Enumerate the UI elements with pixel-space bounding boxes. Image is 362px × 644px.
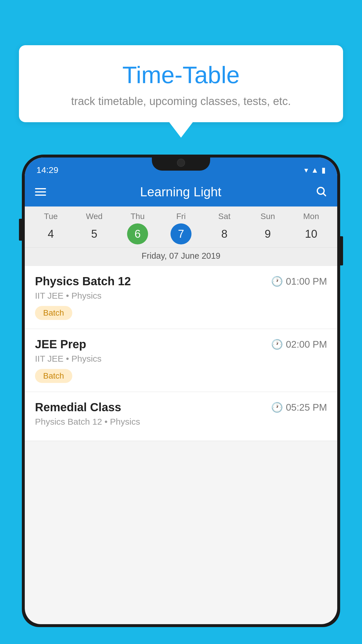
day-number-7-selected: 7 [171, 223, 191, 244]
day-fri[interactable]: Fri 7 [162, 212, 200, 244]
speech-bubble: Time-Table track timetable, upcoming cla… [19, 45, 343, 122]
phone-volume-button [19, 219, 22, 241]
schedule-item-2-title: Remedial Class [35, 401, 121, 414]
wifi-icon: ▾ [304, 166, 308, 175]
day-number-9: 9 [257, 223, 278, 244]
schedule-item-1-header: JEE Prep 🕐 02:00 PM [35, 338, 327, 351]
status-icons: ▾ ▲ ▮ [304, 166, 326, 175]
status-time: 14:29 [36, 165, 58, 175]
day-number-5: 5 [84, 223, 105, 244]
calendar-strip: Tue 4 Wed 5 Thu 6 Fri 7 [25, 206, 337, 266]
schedule-item-2-subtitle: Physics Batch 12 • Physics [35, 417, 327, 427]
schedule-item-1-badge: Batch [35, 369, 72, 383]
day-wed[interactable]: Wed 5 [75, 212, 113, 244]
day-name-sat: Sat [218, 212, 231, 221]
day-name-wed: Wed [86, 212, 103, 221]
clock-icon-0: 🕐 [271, 276, 283, 287]
speech-bubble-title: Time-Table [36, 61, 326, 89]
search-button[interactable] [315, 186, 327, 198]
selected-date-label: Friday, 07 June 2019 [25, 247, 337, 266]
schedule-item-2-header: Remedial Class 🕐 05:25 PM [35, 401, 327, 414]
schedule-item-0[interactable]: Physics Batch 12 🕐 01:00 PM IIT JEE • Ph… [25, 266, 337, 329]
phone-power-button [340, 236, 343, 265]
svg-line-1 [324, 194, 326, 196]
day-number-8: 8 [214, 223, 235, 244]
schedule-list: Physics Batch 12 🕐 01:00 PM IIT JEE • Ph… [25, 266, 337, 441]
speech-bubble-pointer [169, 122, 193, 138]
phone-container: 14:29 ▾ ▲ ▮ Learning Light [22, 155, 340, 644]
clock-icon-1: 🕐 [271, 339, 283, 350]
schedule-item-0-header: Physics Batch 12 🕐 01:00 PM [35, 275, 327, 288]
phone-camera [177, 159, 185, 167]
schedule-item-0-time: 🕐 01:00 PM [271, 276, 327, 287]
phone-outer: 14:29 ▾ ▲ ▮ Learning Light [22, 155, 340, 627]
day-number-4: 4 [40, 223, 61, 244]
speech-bubble-subtitle: track timetable, upcoming classes, tests… [36, 95, 326, 108]
day-tue[interactable]: Tue 4 [32, 212, 70, 244]
hamburger-menu-icon[interactable] [35, 188, 46, 196]
day-mon[interactable]: Mon 10 [292, 212, 330, 244]
signal-icon: ▲ [311, 166, 319, 175]
app-bar: Learning Light [25, 177, 337, 206]
day-name-sun: Sun [261, 212, 275, 221]
schedule-item-2[interactable]: Remedial Class 🕐 05:25 PM Physics Batch … [25, 392, 337, 441]
day-name-thu: Thu [131, 212, 145, 221]
day-thu[interactable]: Thu 6 [119, 212, 157, 244]
phone-screen: 14:29 ▾ ▲ ▮ Learning Light [25, 158, 337, 624]
days-row: Tue 4 Wed 5 Thu 6 Fri 7 [25, 212, 337, 244]
clock-icon-2: 🕐 [271, 402, 283, 413]
day-sat[interactable]: Sat 8 [205, 212, 243, 244]
app-title: Learning Light [140, 185, 222, 199]
schedule-item-1[interactable]: JEE Prep 🕐 02:00 PM IIT JEE • Physics Ba… [25, 329, 337, 392]
speech-bubble-container: Time-Table track timetable, upcoming cla… [19, 45, 343, 138]
schedule-item-1-time: 🕐 02:00 PM [271, 339, 327, 350]
battery-icon: ▮ [321, 166, 326, 175]
day-name-tue: Tue [44, 212, 58, 221]
schedule-item-1-title: JEE Prep [35, 338, 86, 351]
phone-notch [152, 155, 210, 171]
day-name-mon: Mon [303, 212, 319, 221]
schedule-item-0-subtitle: IIT JEE • Physics [35, 291, 327, 301]
day-name-fri: Fri [176, 212, 186, 221]
day-sun[interactable]: Sun 9 [249, 212, 287, 244]
day-number-6-today: 6 [127, 223, 148, 244]
schedule-item-0-title: Physics Batch 12 [35, 275, 131, 288]
schedule-item-1-subtitle: IIT JEE • Physics [35, 354, 327, 364]
schedule-item-0-badge: Batch [35, 306, 72, 320]
day-number-10: 10 [301, 223, 321, 244]
schedule-item-2-time: 🕐 05:25 PM [271, 402, 327, 413]
